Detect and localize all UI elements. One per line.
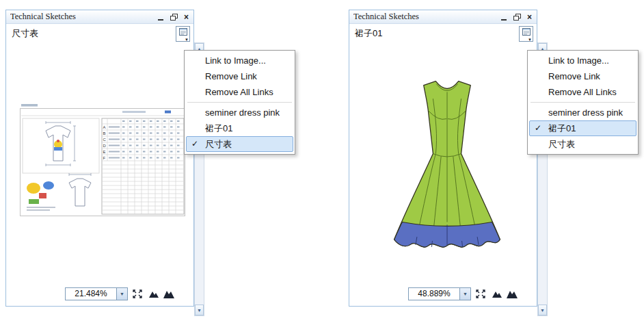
link-dropdown-menu: Link to Image... Remove Link Remove All … [184, 50, 295, 155]
svg-text:B: B [103, 131, 106, 135]
chevron-down-icon: ▼ [185, 38, 189, 42]
panel-title: Technical Sketches [10, 12, 155, 22]
chevron-down-icon: ▼ [120, 292, 124, 296]
restore-icon [170, 14, 177, 20]
menu-item-remove-link[interactable]: Remove Link [529, 68, 636, 84]
scroll-down-button[interactable]: ▼ [538, 305, 547, 315]
restore-button[interactable] [168, 12, 178, 22]
panel-canvas[interactable]: A B C D E F [6, 43, 193, 283]
panel-size-chart: Technical Sketches × 尺寸表 ▼ [5, 10, 194, 307]
document-name: 尺寸表 [12, 27, 176, 40]
panel-toolbar: 裙子01 ▼ [349, 24, 537, 43]
panel-toolbar: 尺寸表 ▼ [6, 24, 193, 43]
preview-large-button[interactable] [505, 288, 519, 300]
menu-separator [531, 102, 635, 103]
window-buttons: × [498, 12, 535, 22]
panel-statusbar: 21.484% ▼ [6, 283, 193, 306]
preview-large-button[interactable] [162, 288, 176, 300]
svg-text:F: F [103, 156, 106, 160]
restore-icon [513, 14, 520, 20]
chevron-down-icon: ▼ [528, 38, 532, 42]
zoom-fit-icon [475, 289, 486, 299]
menu-item-document-checked[interactable]: ✓ 尺寸表 [186, 136, 293, 152]
form-icon [179, 28, 187, 36]
zoom-dropdown-button[interactable]: ▼ [459, 288, 470, 300]
menu-item-remove-link[interactable]: Remove Link [186, 68, 293, 84]
workspace: Technical Sketches × 尺寸表 ▼ [0, 0, 644, 323]
panel-statusbar: 48.889% ▼ [349, 283, 537, 306]
zoom-combobox[interactable]: 21.484% ▼ [65, 287, 128, 300]
window-buttons: × [155, 12, 191, 22]
preview-large-icon [506, 289, 518, 300]
svg-text:D: D [103, 144, 107, 148]
menu-item-document[interactable]: seminer dress pink [186, 105, 293, 120]
preview-large-icon [163, 289, 175, 300]
check-icon: ✓ [191, 137, 198, 151]
svg-text:A: A [103, 125, 106, 129]
menu-item-document-checked[interactable]: ✓ 裙子01 [529, 120, 636, 136]
dress-body [394, 81, 500, 247]
link-dropdown-menu: Link to Image... Remove Link Remove All … [527, 50, 639, 155]
preview-small-button[interactable] [490, 288, 504, 300]
preview-small-icon [148, 289, 159, 299]
close-button[interactable]: × [181, 12, 191, 22]
arrow-down-icon: ▼ [197, 308, 202, 313]
menu-separator [187, 102, 292, 103]
preview-small-button[interactable] [147, 288, 161, 300]
minimize-icon [158, 19, 163, 21]
menu-item-document[interactable]: 尺寸表 [529, 136, 636, 152]
dress-hem-band [394, 222, 500, 248]
check-icon: ✓ [535, 121, 541, 135]
chevron-down-icon: ▼ [463, 292, 468, 296]
svg-text:C: C [103, 138, 107, 142]
preview-small-icon [492, 289, 502, 299]
menu-item-document[interactable]: 裙子01 [186, 120, 293, 136]
zoom-value: 48.889% [409, 288, 459, 300]
zoom-combobox[interactable]: 48.889% ▼ [408, 287, 471, 300]
close-button[interactable]: × [524, 12, 535, 22]
panel-canvas[interactable] [349, 43, 537, 283]
link-menu-button[interactable]: ▼ [519, 26, 533, 42]
panel-titlebar[interactable]: Technical Sketches × [349, 10, 537, 24]
minimize-button[interactable] [498, 12, 509, 22]
zoom-fit-button[interactable] [131, 288, 144, 300]
minimize-button[interactable] [155, 12, 165, 22]
arrow-down-icon: ▼ [540, 308, 545, 313]
svg-text:E: E [103, 150, 106, 154]
zoom-value: 21.484% [66, 288, 116, 300]
panel-dress: Technical Sketches × 裙子01 ▼ [349, 10, 537, 307]
panel-titlebar[interactable]: Technical Sketches × [6, 10, 193, 24]
panel-title: Technical Sketches [353, 12, 498, 22]
zoom-fit-icon [132, 289, 143, 299]
dress-illustration [377, 72, 518, 273]
menu-item-document[interactable]: seminer dress pink [529, 105, 636, 120]
menu-item-remove-all-links[interactable]: Remove All Links [529, 84, 636, 100]
menu-item-remove-all-links[interactable]: Remove All Links [186, 84, 293, 100]
restore-button[interactable] [511, 12, 522, 22]
document-name: 裙子01 [355, 27, 519, 40]
minimize-icon [501, 19, 507, 21]
close-icon: × [527, 13, 532, 21]
menu-item-link-to-image[interactable]: Link to Image... [186, 53, 293, 68]
form-icon [522, 28, 531, 36]
size-chart-sheet: A B C D E F [20, 103, 185, 216]
link-menu-button[interactable]: ▼ [176, 26, 190, 42]
scroll-down-button[interactable]: ▼ [195, 305, 204, 315]
menu-item-link-to-image[interactable]: Link to Image... [529, 53, 636, 68]
close-icon: × [184, 13, 189, 21]
zoom-fit-button[interactable] [474, 288, 487, 300]
zoom-dropdown-button[interactable]: ▼ [116, 288, 127, 300]
